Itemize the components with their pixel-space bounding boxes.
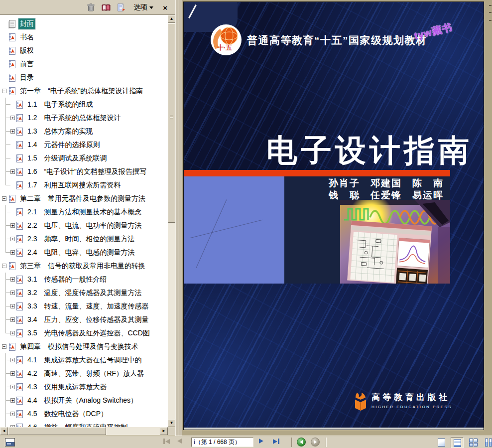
book-cover-page[interactable]: 十·五 普通高等教育“十五”国家级规划教材 tyw藏书 电子设计指南 孙肖子 邓… <box>183 1 484 430</box>
expander-plus-icon[interactable]: + <box>10 223 15 228</box>
bookmark-item[interactable]: +4.1 集成运算放大器在信号调理中的 <box>0 353 168 367</box>
new-bookmark-icon[interactable] <box>116 2 127 13</box>
bookmark-item[interactable]: +2.4 电阻、电容、电感的测量方法 <box>0 246 168 259</box>
bookmark-item[interactable]: +3.3 转速、流量、速度、加速度传感器 <box>0 299 168 313</box>
expander-plus-icon[interactable]: + <box>10 169 15 174</box>
trash-icon[interactable] <box>85 2 96 13</box>
expander-plus-icon[interactable]: + <box>10 358 15 362</box>
bookmark-label[interactable]: 2.1 测量方法和测量技术的基本概念 <box>26 207 143 218</box>
bookmark-item[interactable]: +4.5 数控电位器（DCP） <box>0 407 168 421</box>
bookmark-item[interactable]: 前言 <box>0 57 168 71</box>
next-view-button[interactable] <box>311 438 320 447</box>
bookmark-label[interactable]: 前言 <box>18 59 35 70</box>
expander-plus-icon[interactable]: + <box>10 304 15 308</box>
bookmark-item[interactable]: +4.6 增益、幅度和直流电平控制 <box>0 421 168 427</box>
expander-plus-icon[interactable]: + <box>10 331 15 335</box>
single-page-layout-button[interactable] <box>438 439 445 447</box>
bookmark-label[interactable]: 3.1 传感器的一般性介绍 <box>26 274 108 285</box>
bookmark-item[interactable]: +3.4 压力、应变、位移传感器及其测量 <box>0 313 168 326</box>
vertical-scroll-thumb[interactable] <box>168 23 175 223</box>
bookmark-item[interactable]: 书名 <box>0 30 168 44</box>
bookmark-label[interactable]: 1.3 总体方案的实现 <box>26 126 94 137</box>
last-page-button[interactable] <box>273 439 279 444</box>
bookmark-item[interactable]: +2.2 电压、电流、电功率的测量方法 <box>0 219 168 232</box>
bookmark-label[interactable]: 4.5 数控电位器（DCP） <box>26 409 109 420</box>
bookmark-item[interactable]: 1.4 元器件的选择原则 <box>0 138 168 151</box>
facing-layout-button[interactable] <box>469 439 478 447</box>
scroll-left-icon[interactable]: ◄ <box>0 427 8 435</box>
bookmark-label[interactable]: 2.4 电阻、电容、电感的测量方法 <box>26 247 136 258</box>
bookmark-label[interactable]: 目录 <box>18 72 35 83</box>
bookmark-label[interactable]: 4.1 集成运算放大器在信号调理中的 <box>26 355 143 366</box>
bookmark-label[interactable]: 1.1 电子系统的组成 <box>26 99 94 110</box>
bookmark-item[interactable]: 1.1 电子系统的组成 <box>0 98 168 111</box>
bookmark-item[interactable]: +3.1 传感器的一般性介绍 <box>0 273 168 286</box>
scroll-down-icon[interactable]: ▼ <box>168 419 175 427</box>
bookmark-item[interactable]: 封面 <box>0 17 168 30</box>
expander-minus-icon[interactable]: − <box>2 264 6 268</box>
scroll-up-icon[interactable]: ▲ <box>168 15 175 23</box>
options-menu-button[interactable]: 选项 <box>131 2 155 13</box>
bookmark-label[interactable]: 3.4 压力、应变、位移传感器及其测量 <box>26 314 150 325</box>
previous-page-button[interactable] <box>177 439 182 444</box>
bookmark-label[interactable]: 3.3 转速、流量、速度、加速度传感器 <box>26 301 150 312</box>
bookmark-label[interactable]: 1.2 电子系统的总体框架设计 <box>26 113 122 124</box>
bookmark-item[interactable]: −第一章 “电子系统”的总体框架设计指南 <box>0 84 168 98</box>
next-page-button[interactable] <box>259 439 263 444</box>
expander-plus-icon[interactable]: + <box>10 291 15 295</box>
expander-plus-icon[interactable]: + <box>10 371 15 376</box>
close-panel-button[interactable]: × <box>160 3 170 12</box>
bookmarks-horizontal-scrollbar[interactable]: ◄ ► <box>0 427 168 435</box>
scroll-right-icon[interactable]: ► <box>160 427 168 435</box>
bookmark-label[interactable]: 版权 <box>18 45 35 56</box>
expander-plus-icon[interactable]: + <box>10 250 15 255</box>
horizontal-scroll-thumb[interactable] <box>8 427 106 435</box>
bookmark-label[interactable]: 1.6 “电子设计”的文档整理及报告撰写 <box>26 166 148 177</box>
bookmark-item[interactable]: −第三章 信号的获取及常用非电量的转换 <box>0 259 168 273</box>
expander-plus-icon[interactable]: + <box>10 425 15 427</box>
bookmark-label[interactable]: 1.5 分级调试及系统联调 <box>26 153 108 164</box>
expander-minus-icon[interactable]: − <box>2 89 6 93</box>
bookmark-item[interactable]: +3.5 光电传感器及红外遥控器、CCD图 <box>0 326 168 340</box>
expander-plus-icon[interactable]: + <box>10 116 15 120</box>
bookmark-item[interactable]: +4.2 高速、宽带、射频（RF）放大器 <box>0 367 168 380</box>
expander-plus-icon[interactable]: + <box>10 129 15 134</box>
first-page-button[interactable] <box>163 439 170 444</box>
bookmark-label[interactable]: 4.4 模拟开关（Analog Switches） <box>26 395 139 406</box>
expander-plus-icon[interactable]: + <box>10 398 15 403</box>
bookmark-label[interactable]: 第三章 信号的获取及常用非电量的转换 <box>18 261 147 272</box>
bookmark-item[interactable]: +1.2 电子系统的总体框架设计 <box>0 111 168 125</box>
bookmark-item[interactable]: 1.5 分级调试及系统联调 <box>0 151 168 165</box>
bookmark-label[interactable]: 书名 <box>18 32 35 43</box>
bookmark-item[interactable]: +4.3 仪用集成运算放大器 <box>0 380 168 394</box>
expander-plus-icon[interactable]: + <box>10 237 15 241</box>
expander-plus-icon[interactable]: + <box>10 317 15 322</box>
bookmark-item[interactable]: +1.6 “电子设计”的文档整理及报告撰写 <box>0 165 168 178</box>
bookmark-label[interactable]: 3.5 光电传感器及红外遥控器、CCD图 <box>26 328 151 339</box>
bookmark-item[interactable]: 目录 <box>0 71 168 84</box>
bookmark-label[interactable]: 2.3 频率、时间、相位的测量方法 <box>26 234 136 245</box>
bookmark-label[interactable]: 第二章 常用元器件及电参数的测量方法 <box>18 193 147 204</box>
bookmark-item[interactable]: 版权 <box>0 44 168 57</box>
bookmark-label[interactable]: 2.2 电压、电流、电功率的测量方法 <box>26 220 143 231</box>
bookmark-item[interactable]: −第四章 模拟信号处理及信号变换技术 <box>0 340 168 353</box>
panel-splitter[interactable] <box>175 0 182 436</box>
bookmark-item[interactable]: 1.7 利用互联网搜索所需资料 <box>0 178 168 192</box>
bookmark-label[interactable]: 封面 <box>18 18 35 29</box>
bookmark-label[interactable]: 第四章 模拟信号处理及信号变换技术 <box>18 341 140 352</box>
bookmark-item[interactable]: −第二章 常用元器件及电参数的测量方法 <box>0 192 168 205</box>
expand-current-bookmark-icon[interactable] <box>101 2 112 13</box>
toggle-navigation-panel-button[interactable] <box>5 438 15 447</box>
expander-minus-icon[interactable]: − <box>2 196 6 201</box>
expander-plus-icon[interactable]: + <box>10 385 15 389</box>
bookmark-label[interactable]: 4.6 增益、幅度和直流电平控制 <box>26 422 129 428</box>
expander-minus-icon[interactable]: − <box>2 344 6 349</box>
bookmark-item[interactable]: +2.3 频率、时间、相位的测量方法 <box>0 232 168 246</box>
bookmark-label[interactable]: 4.3 仪用集成运算放大器 <box>26 382 108 393</box>
bookmark-item[interactable]: +1.3 总体方案的实现 <box>0 125 168 138</box>
bookmark-label[interactable]: 第一章 “电子系统”的总体框架设计指南 <box>18 86 144 97</box>
expander-plus-icon[interactable]: + <box>10 277 15 282</box>
continuous-facing-layout-button[interactable] <box>485 439 492 447</box>
bookmark-label[interactable]: 4.2 高速、宽带、射频（RF）放大器 <box>26 368 145 379</box>
bookmark-item[interactable]: +4.4 模拟开关（Analog Switches） <box>0 394 168 407</box>
